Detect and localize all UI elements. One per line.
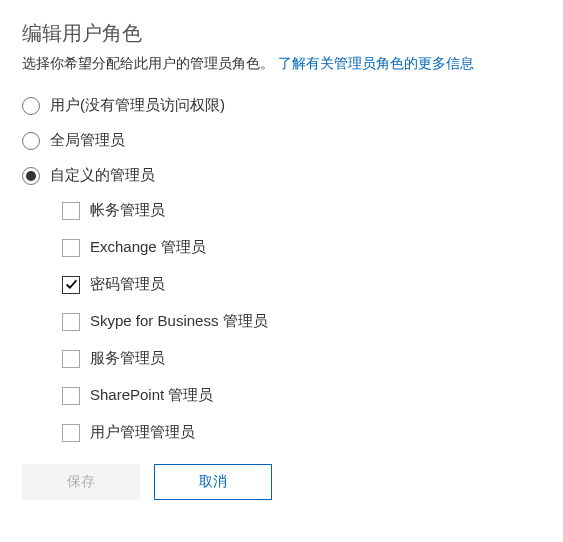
role-option-user[interactable]: 用户(没有管理员访问权限) [22, 96, 541, 115]
radio-icon [22, 132, 40, 150]
checkbox-usermgmt-admin[interactable]: 用户管理管理员 [62, 423, 541, 442]
dialog-title: 编辑用户角色 [22, 20, 541, 47]
checkbox-sharepoint-admin[interactable]: SharePoint 管理员 [62, 386, 541, 405]
checkbox-billing-admin[interactable]: 帐务管理员 [62, 201, 541, 220]
radio-label: 全局管理员 [50, 131, 125, 150]
checkbox-label: SharePoint 管理员 [90, 386, 213, 405]
learn-more-link[interactable]: 了解有关管理员角色的更多信息 [278, 55, 474, 71]
checkbox-icon [62, 313, 80, 331]
save-button[interactable]: 保存 [22, 464, 140, 500]
custom-admin-checkbox-group: 帐务管理员 Exchange 管理员 密码管理员 Skype for Busin… [62, 201, 541, 442]
radio-icon [22, 97, 40, 115]
role-radio-group: 用户(没有管理员访问权限) 全局管理员 自定义的管理员 [22, 96, 541, 185]
radio-label: 用户(没有管理员访问权限) [50, 96, 225, 115]
checkbox-icon [62, 424, 80, 442]
checkbox-icon [62, 239, 80, 257]
dialog-button-row: 保存 取消 [22, 464, 541, 500]
checkbox-service-admin[interactable]: 服务管理员 [62, 349, 541, 368]
dialog-subtitle: 选择你希望分配给此用户的管理员角色。 了解有关管理员角色的更多信息 [22, 53, 541, 74]
checkbox-label: 服务管理员 [90, 349, 165, 368]
radio-label: 自定义的管理员 [50, 166, 155, 185]
checkbox-label: Exchange 管理员 [90, 238, 206, 257]
checkbox-label: 帐务管理员 [90, 201, 165, 220]
role-option-global[interactable]: 全局管理员 [22, 131, 541, 150]
checkbox-icon [62, 202, 80, 220]
checkbox-icon [62, 276, 80, 294]
checkbox-label: 用户管理管理员 [90, 423, 195, 442]
cancel-button[interactable]: 取消 [154, 464, 272, 500]
checkbox-password-admin[interactable]: 密码管理员 [62, 275, 541, 294]
radio-icon [22, 167, 40, 185]
checkbox-label: 密码管理员 [90, 275, 165, 294]
checkbox-icon [62, 350, 80, 368]
checkbox-icon [62, 387, 80, 405]
checkbox-label: Skype for Business 管理员 [90, 312, 268, 331]
role-option-custom[interactable]: 自定义的管理员 [22, 166, 541, 185]
subtitle-text: 选择你希望分配给此用户的管理员角色。 [22, 55, 274, 71]
checkbox-skype-admin[interactable]: Skype for Business 管理员 [62, 312, 541, 331]
checkbox-exchange-admin[interactable]: Exchange 管理员 [62, 238, 541, 257]
